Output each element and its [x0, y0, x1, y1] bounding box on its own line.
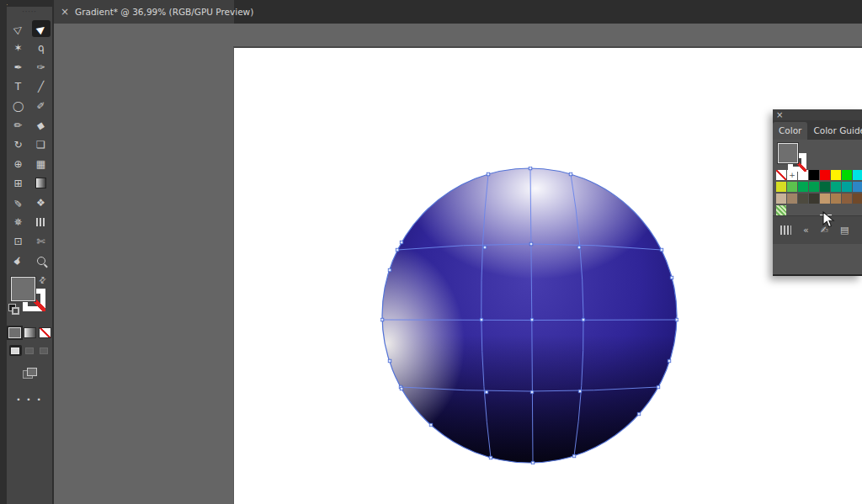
mesh-anchor[interactable] [670, 276, 673, 279]
perspective-grid-tool[interactable]: ▦ [32, 156, 51, 172]
direct-selection-tool[interactable]: ▶ [32, 20, 51, 37]
swatch-pattern[interactable] [776, 205, 786, 215]
mesh-anchor[interactable] [487, 172, 490, 176]
toolbar-grip[interactable]: ····· [7, 7, 52, 19]
swatch[interactable] [820, 194, 830, 204]
symbol-sprayer-tool[interactable]: ✵ [9, 214, 28, 231]
draw-inside-mode[interactable] [38, 345, 51, 356]
swatch[interactable] [776, 194, 786, 204]
mesh-anchor[interactable] [529, 167, 532, 170]
selection-tool[interactable]: ▷ [9, 20, 28, 37]
mesh-anchor[interactable] [572, 454, 576, 458]
swatch[interactable] [831, 182, 841, 192]
mesh-anchor[interactable] [480, 318, 483, 321]
paint-gradient-button[interactable] [24, 327, 36, 338]
swatch[interactable] [798, 182, 808, 192]
default-fill-stroke-icon[interactable] [8, 304, 19, 314]
mesh-anchor[interactable] [637, 412, 641, 416]
swatch[interactable] [842, 194, 852, 204]
pencil-tool[interactable]: ✏ [9, 117, 28, 134]
swatch[interactable] [776, 182, 786, 192]
swatch[interactable] [842, 170, 852, 180]
swatch-libraries-icon[interactable] [780, 225, 791, 235]
mesh-anchor[interactable] [388, 359, 391, 363]
swatch[interactable] [853, 194, 862, 204]
mesh-anchor[interactable] [429, 423, 433, 427]
paintbrush-tool[interactable]: ✐ [32, 98, 51, 114]
artboard-tool[interactable]: ⊡ [9, 233, 28, 250]
tab-close-icon[interactable]: × [61, 7, 69, 17]
mesh-anchor[interactable] [400, 387, 403, 390]
draw-normal-mode[interactable] [9, 345, 22, 356]
swatch[interactable] [831, 170, 841, 180]
mesh-anchor[interactable] [530, 318, 534, 321]
swatch[interactable] [809, 182, 819, 192]
swap-fill-stroke-icon[interactable]: ⇄ [36, 274, 48, 286]
scale-tool[interactable]: ❏ [32, 136, 51, 153]
mesh-anchor[interactable] [485, 390, 488, 394]
curvature-tool[interactable]: ✑ [32, 59, 51, 76]
mesh-tool[interactable]: ⊞ [9, 175, 28, 192]
paint-style-buttons [7, 327, 52, 338]
gradient-mesh-sphere[interactable] [380, 167, 678, 464]
panel-close-icon[interactable]: × [776, 109, 783, 120]
screen-mode-button[interactable] [23, 368, 36, 377]
swatch[interactable] [820, 170, 830, 180]
mesh-anchor[interactable] [577, 246, 581, 249]
paint-color-button[interactable] [8, 327, 21, 338]
mesh-anchor[interactable] [529, 242, 533, 246]
panel-fill-indicator[interactable] [778, 143, 798, 163]
rotate-tool[interactable]: ↻ [9, 136, 28, 153]
pen-tool[interactable]: ✒ [9, 59, 28, 76]
mesh-anchor[interactable] [582, 318, 585, 321]
mesh-anchor[interactable] [660, 248, 663, 252]
swatch[interactable] [853, 182, 862, 192]
mesh-anchor[interactable] [675, 318, 678, 321]
swatch[interactable] [787, 182, 797, 192]
swatch[interactable] [809, 170, 819, 180]
hand-tool[interactable]: ☛ [9, 252, 28, 269]
eyedropper-tool[interactable]: ✎ [9, 194, 28, 211]
swatch[interactable] [820, 182, 830, 192]
fill-indicator[interactable] [11, 277, 35, 301]
tab-color[interactable]: Color [773, 122, 807, 140]
mesh-anchor[interactable] [578, 390, 582, 393]
type-tool[interactable]: T [9, 78, 28, 95]
swatch[interactable] [842, 182, 852, 192]
shape-builder-tool[interactable]: ⊕ [9, 156, 28, 172]
gradient-tool[interactable] [32, 175, 51, 192]
line-segment-tool[interactable]: ╱ [32, 78, 51, 95]
draw-behind-mode[interactable] [24, 345, 36, 356]
mesh-anchor[interactable] [380, 318, 384, 321]
mesh-anchor[interactable] [657, 385, 660, 389]
tab-color-guide[interactable]: Color Guide [807, 122, 862, 140]
mesh-anchor[interactable] [569, 172, 572, 176]
document-tab[interactable]: × Gradient* @ 36,99% (RGB/GPU Preview) [54, 0, 234, 24]
mesh-anchor[interactable] [400, 241, 403, 244]
blend-tool[interactable]: ❖ [32, 194, 51, 211]
mesh-anchor[interactable] [531, 461, 535, 464]
paint-none-button[interactable] [39, 327, 51, 338]
magic-wand-tool[interactable]: ✶ [9, 40, 28, 56]
lasso-tool[interactable]: ρ [32, 40, 51, 56]
mesh-anchor[interactable] [483, 246, 487, 249]
swatch[interactable] [831, 194, 841, 204]
ellipse-tool[interactable]: ◯ [9, 98, 28, 114]
slice-tool[interactable]: ✄ [32, 233, 51, 250]
swatch[interactable] [809, 194, 819, 204]
edit-toolbar-button[interactable]: • • • [7, 395, 52, 404]
eraser-tool[interactable]: ◆ [32, 117, 51, 134]
mesh-anchor[interactable] [530, 390, 534, 394]
zoom-tool[interactable] [32, 252, 51, 269]
swatch-kinds-icon[interactable]: « [803, 225, 809, 235]
swatch[interactable] [798, 194, 808, 204]
column-graph-tool[interactable] [32, 214, 51, 231]
swatch-none[interactable] [776, 170, 786, 180]
mesh-anchor[interactable] [388, 268, 391, 272]
mesh-anchor[interactable] [396, 248, 399, 252]
swatch[interactable] [787, 194, 797, 204]
new-color-group-icon[interactable]: ▤ [840, 225, 849, 235]
swatch[interactable] [853, 170, 862, 180]
mesh-anchor[interactable] [489, 456, 492, 459]
mesh-anchor[interactable] [668, 359, 671, 363]
